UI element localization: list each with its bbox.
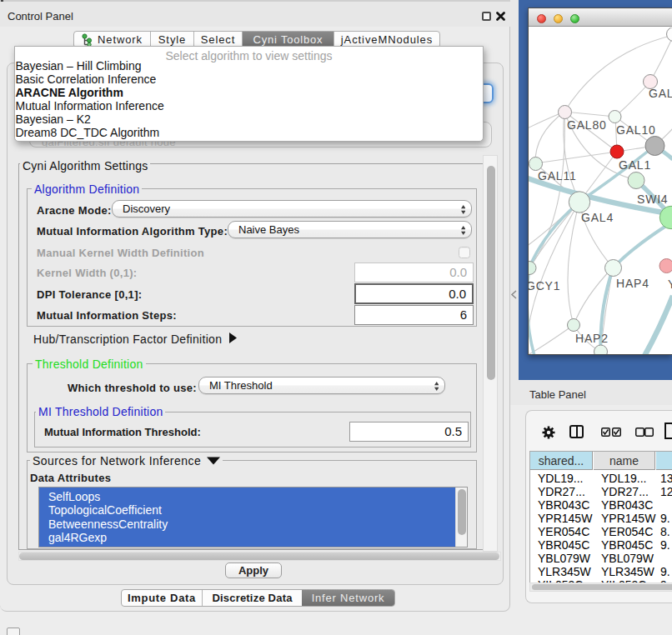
svg-text:GAL1: GAL1: [619, 158, 651, 172]
svg-text:GAL: GAL: [649, 87, 672, 100]
svg-text:GCY1: GCY1: [529, 279, 560, 292]
svg-text:GAL80: GAL80: [567, 118, 607, 132]
svg-text:SWI4: SWI4: [637, 192, 668, 206]
svg-text:GAL4: GAL4: [581, 211, 614, 224]
svg-text:Y: Y: [668, 278, 672, 291]
svg-text:GAL11: GAL11: [538, 169, 577, 182]
svg-text:GAL10: GAL10: [616, 123, 656, 137]
svg-text:HAP2: HAP2: [575, 332, 609, 345]
svg-text:HAP4: HAP4: [616, 277, 649, 290]
